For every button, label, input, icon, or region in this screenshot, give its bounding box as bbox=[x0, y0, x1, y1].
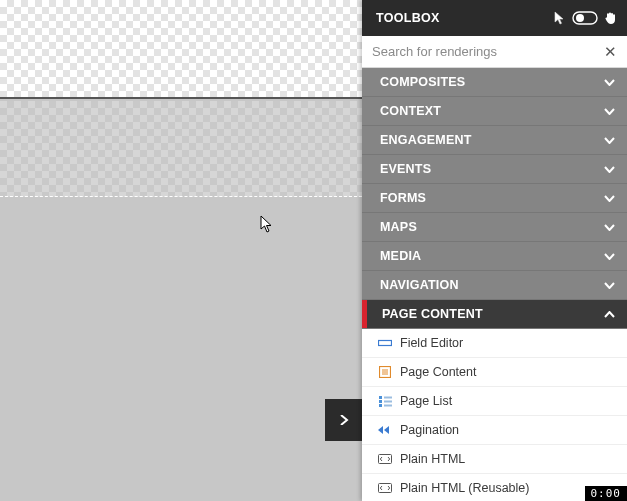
canvas-region-middle[interactable] bbox=[0, 101, 362, 197]
chevron-down-icon bbox=[604, 137, 615, 144]
rendering-item[interactable]: Page Content bbox=[362, 358, 627, 387]
category-forms[interactable]: FORMS bbox=[362, 184, 627, 213]
toolbox-title: TOOLBOX bbox=[376, 11, 440, 25]
hand-mode-icon[interactable] bbox=[604, 11, 617, 25]
chevron-down-icon bbox=[604, 195, 615, 202]
toolbox-header: TOOLBOX bbox=[362, 0, 627, 36]
field-editor-icon bbox=[378, 337, 392, 349]
rendering-item-label: Page Content bbox=[400, 365, 476, 379]
chevron-right-icon bbox=[339, 415, 349, 425]
rendering-item[interactable]: Plain HTML bbox=[362, 445, 627, 474]
category-label: COMPOSITES bbox=[380, 75, 465, 89]
plain-html-icon bbox=[378, 482, 392, 494]
chevron-down-icon bbox=[604, 253, 615, 260]
clear-search-button[interactable]: ✕ bbox=[602, 43, 619, 61]
chevron-down-icon bbox=[604, 282, 615, 289]
rendering-item[interactable]: Pagination bbox=[362, 416, 627, 445]
category-label: FORMS bbox=[380, 191, 426, 205]
cursor-icon bbox=[260, 215, 274, 233]
category-engagement[interactable]: ENGAGEMENT bbox=[362, 126, 627, 155]
rendering-item-label: Plain HTML bbox=[400, 452, 465, 466]
page-content-icon bbox=[378, 366, 392, 378]
category-context[interactable]: CONTEXT bbox=[362, 97, 627, 126]
chevron-down-icon bbox=[604, 79, 615, 86]
rendering-item-label: Page List bbox=[400, 394, 452, 408]
cursor-mode-icon[interactable] bbox=[554, 11, 566, 25]
plain-html-icon bbox=[378, 453, 392, 465]
category-label: PAGE CONTENT bbox=[382, 307, 483, 321]
category-label: ENGAGEMENT bbox=[380, 133, 472, 147]
svg-rect-9 bbox=[379, 404, 382, 407]
category-composites[interactable]: COMPOSITES bbox=[362, 68, 627, 97]
category-label: NAVIGATION bbox=[380, 278, 459, 292]
chevron-down-icon bbox=[604, 224, 615, 231]
rendering-item-label: Plain HTML (Reusable) bbox=[400, 481, 529, 495]
svg-rect-11 bbox=[384, 400, 392, 402]
canvas-region-top[interactable] bbox=[0, 0, 362, 99]
recording-timer: 0:00 bbox=[585, 486, 628, 501]
chevron-down-icon bbox=[604, 108, 615, 115]
search-row: ✕ bbox=[362, 36, 627, 68]
pagination-icon bbox=[378, 424, 392, 436]
search-input[interactable] bbox=[372, 44, 602, 59]
svg-point-1 bbox=[576, 14, 584, 22]
mode-toggle[interactable] bbox=[572, 11, 598, 25]
rendering-item-label: Field Editor bbox=[400, 336, 463, 350]
expand-panel-button[interactable] bbox=[325, 399, 362, 441]
category-list: COMPOSITESCONTEXTENGAGEMENTEVENTSFORMSMA… bbox=[362, 68, 627, 501]
category-maps[interactable]: MAPS bbox=[362, 213, 627, 242]
page-list-icon bbox=[378, 395, 392, 407]
toolbox-panel: TOOLBOX ✕ COMPOSITESCONTEXTENGAGEMENTEVE… bbox=[362, 0, 627, 501]
chevron-up-icon bbox=[604, 311, 615, 318]
svg-rect-2 bbox=[379, 341, 392, 346]
rendering-item[interactable]: Field Editor bbox=[362, 329, 627, 358]
rendering-item-label: Pagination bbox=[400, 423, 459, 437]
svg-rect-12 bbox=[384, 404, 392, 406]
category-media[interactable]: MEDIA bbox=[362, 242, 627, 271]
svg-rect-7 bbox=[379, 396, 382, 399]
svg-rect-8 bbox=[379, 400, 382, 403]
category-navigation[interactable]: NAVIGATION bbox=[362, 271, 627, 300]
design-canvas[interactable] bbox=[0, 0, 362, 501]
chevron-down-icon bbox=[604, 166, 615, 173]
category-label: EVENTS bbox=[380, 162, 431, 176]
rendering-item[interactable]: Page List bbox=[362, 387, 627, 416]
category-label: MAPS bbox=[380, 220, 417, 234]
svg-rect-10 bbox=[384, 396, 392, 398]
category-label: MEDIA bbox=[380, 249, 421, 263]
category-page-content[interactable]: PAGE CONTENT bbox=[362, 300, 627, 329]
category-label: CONTEXT bbox=[380, 104, 441, 118]
category-events[interactable]: EVENTS bbox=[362, 155, 627, 184]
